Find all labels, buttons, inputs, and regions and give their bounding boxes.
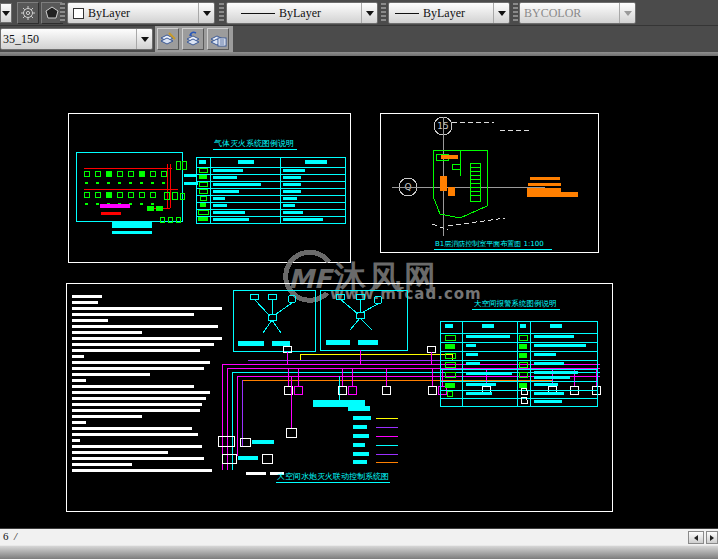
- layers-icon: [44, 5, 60, 21]
- dropdown-arrow[interactable]: [493, 3, 509, 23]
- plot-style-value: BYCOLOR: [520, 6, 619, 21]
- toolbar-grip: [60, 3, 65, 23]
- scroll-left-button[interactable]: [688, 531, 704, 544]
- settings-button[interactable]: [17, 2, 39, 24]
- status-bar: [0, 545, 718, 559]
- layer-control-value: 35_150: [0, 32, 136, 47]
- linetype-sample-icon: [241, 13, 275, 14]
- layer-control-dropdown[interactable]: 35_150: [0, 28, 153, 50]
- panel-control-room-plan: 15 Q: [380, 113, 598, 252]
- make-object-layer-current-icon: [159, 30, 177, 48]
- toolbar-overflow-fragment[interactable]: [0, 3, 12, 23]
- watermark-url: www.mfcad.com: [330, 285, 482, 303]
- plan-title: B1层消防控制室平面布置图 1:100: [435, 240, 544, 248]
- layer-previous-button[interactable]: [182, 28, 204, 50]
- layer-states-icon: [209, 30, 227, 48]
- color-control-dropdown[interactable]: ByLayer: [67, 2, 215, 24]
- cad-drawing[interactable]: 气体灭火系统图例说明: [0, 56, 718, 528]
- water-cannon-title: 大空间水炮灭火联动控制系统图: [277, 472, 389, 481]
- toolbar-grip: [219, 3, 224, 23]
- alarm-legend-title: 大空间报警系统图例说明: [474, 299, 557, 308]
- gear-icon: [20, 5, 36, 21]
- chevron-down-icon: [2, 11, 10, 16]
- color-swatch: [73, 8, 84, 19]
- layer-states-manager-button[interactable]: [207, 28, 229, 50]
- make-object-layer-current-button[interactable]: [157, 28, 179, 50]
- line-legend: [353, 416, 398, 464]
- left-arrow-icon: [694, 535, 698, 541]
- color-control-value: ByLayer: [84, 6, 198, 21]
- layout-tab-fragment[interactable]: 6: [3, 530, 9, 542]
- toolbar-grip: [513, 3, 518, 23]
- panel-water-cannon-system: 大空间水炮灭火联动控制系统图 大空间报警系统图例说明: [66, 283, 612, 511]
- dropdown-arrow[interactable]: [136, 29, 152, 49]
- drawing-viewport[interactable]: 气体灭火系统图例说明: [0, 56, 718, 528]
- linetype-control-dropdown[interactable]: ByLayer: [226, 2, 378, 24]
- tab-slash: /: [14, 530, 17, 542]
- layer-tools-strip: [155, 26, 233, 52]
- layer-previous-icon: [184, 30, 202, 48]
- lineweight-sample-icon: [395, 13, 419, 14]
- lineweight-control-value: ByLayer: [419, 6, 493, 21]
- horizontal-scrollbar[interactable]: 6 /: [0, 528, 718, 545]
- dropdown-arrow[interactable]: [198, 3, 214, 23]
- gas-legend-title: 气体灭火系统图例说明: [214, 139, 294, 148]
- right-arrow-icon: [710, 535, 714, 541]
- design-notes-text: [72, 295, 222, 472]
- toolbar-grip: [381, 3, 386, 23]
- lineweight-control-dropdown[interactable]: ByLayer: [388, 2, 510, 24]
- plot-style-control-dropdown: BYCOLOR: [519, 2, 636, 24]
- layers-toolbar: 35_150: [0, 26, 718, 52]
- panel-gas-system: 气体灭火系统图例说明: [68, 113, 350, 262]
- dropdown-arrow[interactable]: [361, 3, 377, 23]
- properties-toolbar: ByLayer ByLayer ByLayer BYCOLOR: [0, 0, 718, 26]
- scroll-right-button[interactable]: [706, 531, 718, 544]
- autocad-window: ByLayer ByLayer ByLayer BYCOLOR 35_150: [0, 0, 718, 559]
- linetype-control-value: ByLayer: [275, 6, 361, 21]
